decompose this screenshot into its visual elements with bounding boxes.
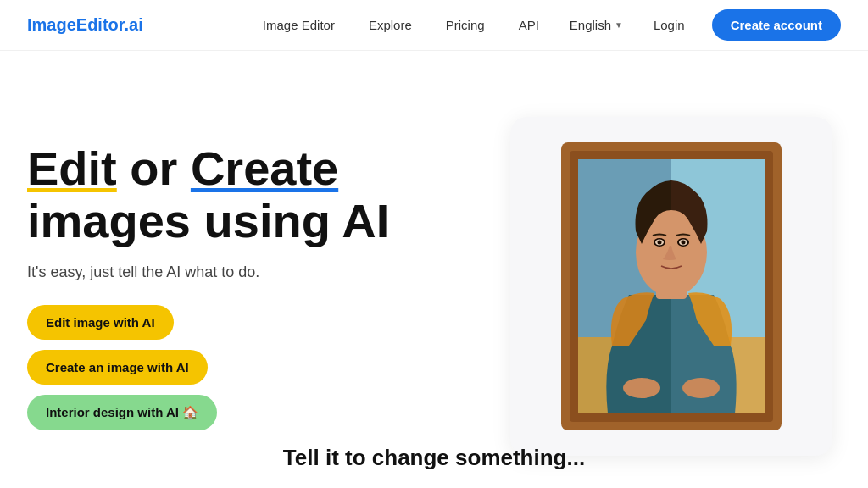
language-selector[interactable]: English ▼ bbox=[559, 11, 633, 39]
hero-content: Edit or Create images using AI It's easy… bbox=[27, 142, 468, 430]
svg-point-13 bbox=[658, 241, 662, 245]
hero-title-edit: Edit bbox=[27, 141, 117, 195]
svg-point-16 bbox=[682, 378, 720, 398]
hero-buttons: Edit image with AI Create an image with … bbox=[27, 305, 468, 430]
hero-illustration bbox=[502, 117, 841, 456]
login-button[interactable]: Login bbox=[640, 11, 698, 39]
create-image-button[interactable]: Create an image with AI bbox=[27, 350, 208, 385]
interior-design-button[interactable]: Interior design with AI 🏠 bbox=[27, 395, 217, 430]
nav-logo[interactable]: ImageEditor.ai bbox=[27, 15, 143, 35]
nav-link-image-editor[interactable]: Image Editor bbox=[249, 11, 348, 39]
language-label: English bbox=[570, 18, 611, 32]
navbar: ImageEditor.ai Image Editor Explore Pric… bbox=[0, 0, 868, 51]
nav-link-api[interactable]: API bbox=[505, 11, 553, 39]
hero-title-suffix: images using AI bbox=[27, 194, 389, 247]
svg-point-15 bbox=[623, 378, 660, 398]
hero-title-create: Create bbox=[191, 141, 338, 195]
nav-link-explore[interactable]: Explore bbox=[355, 11, 426, 39]
edit-image-button[interactable]: Edit image with AI bbox=[27, 305, 174, 340]
create-account-button[interactable]: Create account bbox=[712, 9, 841, 41]
hero-title: Edit or Create images using AI bbox=[27, 142, 468, 247]
nav-links: Image Editor Explore Pricing API English… bbox=[249, 9, 841, 41]
hero-section: Edit or Create images using AI It's easy… bbox=[0, 51, 868, 488]
svg-point-14 bbox=[682, 241, 686, 245]
illustration-card bbox=[510, 117, 832, 456]
mona-lisa-illustration bbox=[561, 142, 782, 430]
nav-link-pricing[interactable]: Pricing bbox=[432, 11, 498, 39]
hero-subtitle: It's easy, just tell the AI what to do. bbox=[27, 263, 468, 281]
chevron-down-icon: ▼ bbox=[615, 20, 623, 30]
bottom-tagline: Tell it to change something... bbox=[283, 445, 585, 471]
hero-title-or: or bbox=[130, 141, 191, 195]
